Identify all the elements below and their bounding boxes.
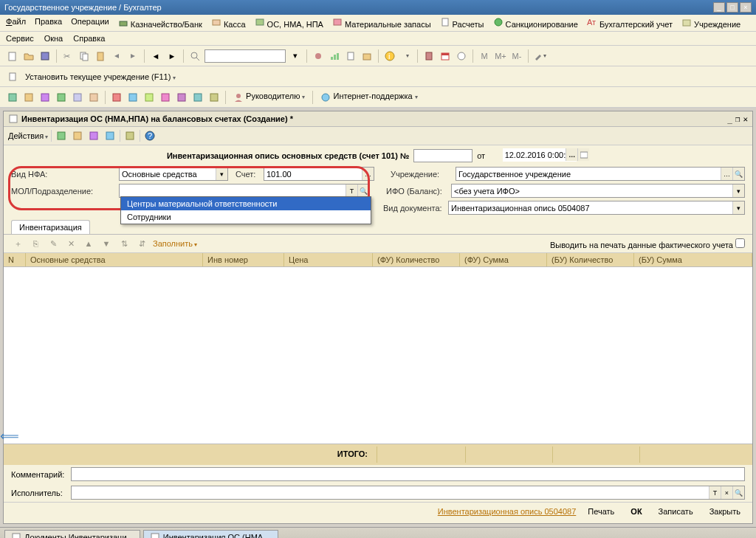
save-doc-button[interactable]: Записать — [654, 506, 698, 517]
info-dropdown[interactable] — [399, 49, 413, 63]
t3-btn-9[interactable] — [142, 91, 156, 104]
tool-btn-7[interactable] — [455, 49, 468, 63]
col-os[interactable]: Основные средства — [26, 253, 203, 266]
menu-treasury[interactable]: Казначейство/Банк — [118, 17, 202, 29]
m-plus-button[interactable]: M+ — [494, 49, 507, 63]
zoom-button[interactable] — [188, 49, 202, 63]
back-button[interactable]: ◄ — [149, 49, 162, 63]
menu-os[interactable]: ОС, НМА, НПА — [255, 17, 323, 29]
action-btn-4[interactable] — [103, 129, 117, 142]
menu-materials[interactable]: Материальные запасы — [332, 17, 431, 29]
dropdown-item-centers[interactable]: Центры материальной ответственности — [121, 197, 371, 210]
tool-btn-4[interactable] — [360, 49, 374, 63]
t3-btn-7[interactable] — [110, 91, 123, 104]
menu-help[interactable]: Справка — [73, 34, 105, 43]
tab-inventory[interactable]: Инвентаризация — [11, 220, 90, 234]
mol-search-button[interactable]: 🔍 — [357, 184, 369, 197]
close-button[interactable]: × — [740, 2, 752, 13]
menu-edit[interactable]: Правка — [35, 17, 62, 29]
action-btn-5[interactable] — [123, 129, 137, 142]
t3-btn-10[interactable] — [159, 91, 172, 104]
ifo-dropdown-button[interactable]: ▾ — [732, 184, 744, 197]
col-bu-qty[interactable]: (БУ) Количество — [547, 253, 634, 266]
taskbar-tab-2[interactable]: Инвентаризация ОС (НМА,... — [143, 530, 279, 538]
calendar-button[interactable] — [439, 49, 452, 63]
t3-btn-8[interactable] — [126, 91, 140, 104]
manager-button[interactable]: Руководителю — [230, 90, 308, 103]
dropdown-item-employees[interactable]: Сотрудники — [121, 210, 371, 224]
search-input[interactable] — [205, 49, 286, 63]
t3-btn-11[interactable] — [175, 91, 188, 104]
t3-btn-6[interactable] — [87, 91, 100, 104]
institution-field[interactable]: Государственное учреждение …🔍 — [456, 167, 745, 181]
internet-support-button[interactable]: Интернет-поддержка — [317, 90, 420, 103]
executor-search-button[interactable]: 🔍 — [732, 486, 744, 499]
action-btn-1[interactable] — [55, 129, 68, 142]
minimize-button[interactable]: _ — [713, 2, 725, 13]
paste-button[interactable] — [94, 49, 107, 63]
col-fu-sum[interactable]: (ФУ) Сумма — [460, 253, 547, 266]
menu-file[interactable]: ФФайлайл — [6, 17, 26, 29]
grid-edit-button[interactable]: ✎ — [47, 237, 60, 250]
maximize-button[interactable]: □ — [726, 2, 738, 13]
tool-btn-3[interactable] — [344, 49, 357, 63]
actions-dropdown[interactable]: Действия — [8, 131, 48, 140]
grid-copy-button[interactable]: ⎘ — [29, 237, 42, 250]
menu-operations[interactable]: Операции — [71, 17, 109, 29]
calculator-button[interactable] — [422, 49, 436, 63]
ifo-field[interactable]: <без учета ИФО> ▾ — [451, 184, 745, 198]
account-field[interactable]: 101.00 … — [264, 167, 374, 181]
vid-nfa-dropdown-button[interactable]: ▾ — [216, 168, 227, 180]
save-button[interactable] — [38, 49, 52, 63]
tool-btn-2[interactable] — [328, 49, 341, 63]
account-ellipsis-button[interactable]: … — [362, 168, 374, 180]
m-minus-button[interactable]: M- — [510, 49, 523, 63]
col-n[interactable]: N — [4, 253, 26, 266]
ok-button[interactable]: ОК — [626, 506, 646, 517]
doc-minimize-button[interactable]: _ — [727, 114, 732, 124]
vid-nfa-field[interactable]: Основные средства ▾ — [119, 167, 228, 181]
t3-btn-3[interactable] — [38, 91, 52, 104]
doc-close-button[interactable]: ✕ — [743, 114, 748, 124]
search-dropdown[interactable]: ▾ — [289, 49, 302, 63]
col-price[interactable]: Цена — [284, 253, 373, 266]
document-number-field[interactable] — [413, 149, 472, 162]
col-inv[interactable]: Инв номер — [203, 253, 284, 266]
menu-calc[interactable]: Расчеты — [440, 17, 484, 29]
grid-sort2-button[interactable]: ⇵ — [135, 237, 148, 250]
taskbar-tab-1[interactable]: Документы Инвентаризаци... — [4, 530, 140, 538]
undo-button[interactable] — [110, 49, 123, 63]
action-btn-3[interactable] — [87, 129, 100, 142]
action-help-button[interactable]: ? — [143, 129, 157, 142]
doc-type-field[interactable]: Инвентаризационная опись 0504087 ▾ — [448, 201, 745, 215]
menu-cash[interactable]: Касса — [211, 17, 246, 29]
fill-button[interactable]: Заполнить — [153, 239, 197, 248]
print-check-checkbox[interactable] — [735, 238, 745, 248]
nav-arrow-left[interactable]: ⟸ — [0, 428, 19, 444]
grid-delete-button[interactable]: ✕ — [64, 237, 78, 250]
bottom-link[interactable]: Инвентаризационная опись 0504087 — [438, 507, 577, 516]
executor-field[interactable]: T×🔍 — [71, 486, 745, 500]
col-bu-sum[interactable]: (БУ) Сумма — [634, 253, 752, 266]
redo-button[interactable] — [126, 49, 140, 63]
t3-btn-4[interactable] — [55, 91, 68, 104]
t3-btn-12[interactable] — [191, 91, 205, 104]
forward-button[interactable]: ► — [165, 49, 179, 63]
col-fu-qty[interactable]: (ФУ) Количество — [373, 253, 460, 266]
set-institution-button[interactable]: Установить текущее учреждение (F11) — [22, 71, 179, 83]
menu-windows[interactable]: Окна — [44, 34, 63, 43]
menu-institution[interactable]: Учреждение — [681, 17, 740, 29]
action-btn-2[interactable] — [71, 129, 84, 142]
t3-btn-13[interactable] — [207, 91, 221, 104]
cut-button[interactable]: ✂ — [61, 49, 75, 63]
close-doc-button[interactable]: Закрыть — [705, 506, 745, 517]
grid-body[interactable] — [4, 267, 752, 444]
grid-down-button[interactable]: ▼ — [100, 237, 113, 250]
date-calendar-button[interactable] — [577, 148, 589, 161]
menu-accounting[interactable]: Ат Бухгалтерский учет — [587, 17, 673, 29]
doc-button-2[interactable] — [6, 70, 19, 83]
t3-btn-1[interactable] — [6, 91, 19, 104]
settings-button[interactable] — [533, 49, 546, 63]
t3-btn-5[interactable] — [71, 91, 84, 104]
tool-btn-1[interactable] — [312, 49, 325, 63]
